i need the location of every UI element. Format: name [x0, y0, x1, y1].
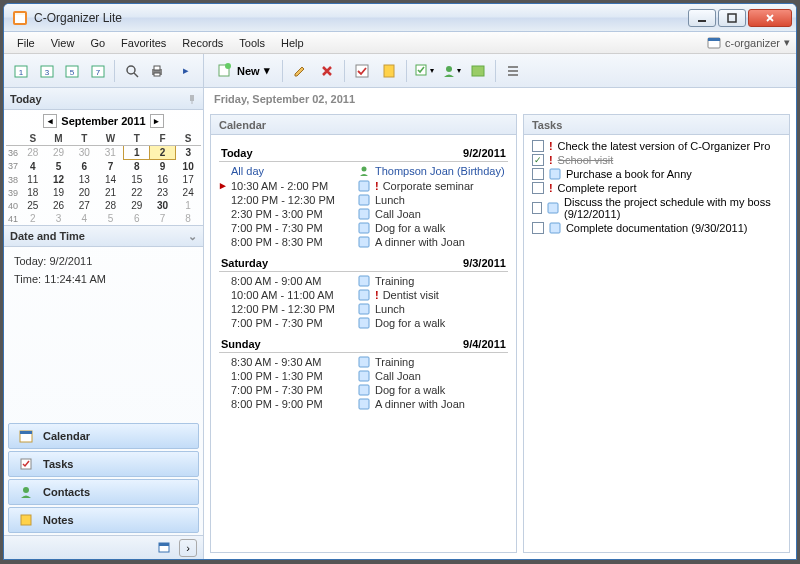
maximize-button[interactable] — [718, 9, 746, 27]
event-row[interactable]: 7:00 PM - 7:30 PM Dog for a walk — [219, 383, 508, 397]
calendar-day[interactable]: 30 — [150, 199, 176, 212]
menu-go[interactable]: Go — [83, 35, 112, 51]
pin-icon[interactable] — [187, 94, 197, 104]
calendar-list[interactable]: Today9/2/2011 All day Thompson Joan (Bir… — [211, 135, 516, 552]
calendar-day[interactable]: 3 — [175, 146, 201, 160]
calendar-day[interactable]: 19 — [46, 186, 72, 199]
calendar-day[interactable]: 10 — [175, 160, 201, 174]
view-5day-button[interactable]: 5 — [61, 59, 84, 83]
event-row[interactable]: 8:30 AM - 9:30 AM Training — [219, 355, 508, 369]
task-checkbox[interactable] — [532, 202, 542, 214]
calendar-day[interactable]: 8 — [124, 160, 150, 174]
prev-month-button[interactable]: ◂ — [43, 114, 57, 128]
calendar-day[interactable]: 4 — [20, 160, 46, 174]
menu-file[interactable]: File — [10, 35, 42, 51]
task-row[interactable]: ! Check the latest version of C-Organize… — [532, 139, 781, 153]
calendar-day[interactable]: 23 — [150, 186, 176, 199]
calendar-day[interactable]: 1 — [124, 146, 150, 160]
nav-tasks[interactable]: Tasks — [8, 451, 199, 477]
event-row[interactable]: 1:00 PM - 1:30 PM Call Joan — [219, 369, 508, 383]
tasks-list[interactable]: ! Check the latest version of C-Organize… — [524, 135, 789, 552]
event-row[interactable]: 2:30 PM - 3:00 PM Call Joan — [219, 207, 508, 221]
nav-options-button[interactable] — [155, 539, 175, 557]
task-checkbox[interactable] — [532, 140, 544, 152]
edit-button[interactable] — [288, 59, 312, 83]
event-row[interactable]: 12:00 PM - 12:30 PM Lunch — [219, 302, 508, 316]
calendar-day[interactable]: 6 — [71, 160, 97, 174]
nav-notes[interactable]: Notes — [8, 507, 199, 533]
calendar-day[interactable]: 1 — [175, 199, 201, 212]
contact-dropdown-button[interactable]: ▾ — [439, 59, 463, 83]
calendar-day[interactable]: 8 — [175, 212, 201, 225]
calendar-day[interactable]: 13 — [71, 173, 97, 186]
new-button[interactable]: New ▾ — [210, 59, 277, 83]
nav-contacts[interactable]: Contacts — [8, 479, 199, 505]
task-row[interactable]: Discuss the project schedule with my bos… — [532, 195, 781, 221]
list-view-button[interactable] — [501, 59, 525, 83]
task-row[interactable]: ! Complete report — [532, 181, 781, 195]
calendar-day[interactable]: 28 — [20, 146, 46, 160]
search-button[interactable] — [120, 59, 143, 83]
calendar-day[interactable]: 4 — [71, 212, 97, 225]
delete-button[interactable] — [315, 59, 339, 83]
nav-calendar[interactable]: Calendar — [8, 423, 199, 449]
calendar-day[interactable]: 12 — [46, 173, 72, 186]
event-row[interactable]: 8:00 AM - 9:00 AM Training — [219, 274, 508, 288]
view-3day-button[interactable]: 3 — [36, 59, 59, 83]
task-checkbox[interactable] — [532, 168, 544, 180]
calendar-day[interactable]: 18 — [20, 186, 46, 199]
minimize-button[interactable] — [688, 9, 716, 27]
task-row[interactable]: Purchase a book for Anny — [532, 167, 781, 181]
event-row[interactable]: 7:00 PM - 7:30 PM Dog for a walk — [219, 316, 508, 330]
event-row[interactable]: ▸ 10:30 AM - 2:00 PM ! Corporate seminar — [219, 178, 508, 193]
view-7day-button[interactable]: 7 — [87, 59, 110, 83]
event-row[interactable]: 7:00 PM - 7:30 PM Dog for a walk — [219, 221, 508, 235]
calendar-day[interactable]: 3 — [46, 212, 72, 225]
calendar-day[interactable]: 7 — [97, 160, 124, 174]
calendar-day[interactable]: 5 — [97, 212, 124, 225]
task-checkbox[interactable] — [532, 182, 544, 194]
menu-view[interactable]: View — [44, 35, 82, 51]
check-dropdown-button[interactable]: ▾ — [412, 59, 436, 83]
task-checkbox[interactable] — [532, 222, 544, 234]
task-row[interactable]: ✓! School visit — [532, 153, 781, 167]
calendar-day[interactable]: 25 — [20, 199, 46, 212]
menu-favorites[interactable]: Favorites — [114, 35, 173, 51]
nav-more-button[interactable]: › — [179, 539, 197, 557]
menu-tools[interactable]: Tools — [232, 35, 272, 51]
event-row[interactable]: 8:00 PM - 9:00 PM A dinner with Joan — [219, 397, 508, 411]
complete-button[interactable] — [350, 59, 374, 83]
event-row[interactable]: 10:00 AM - 11:00 AM ! Dentist visit — [219, 288, 508, 302]
print-button[interactable] — [146, 59, 169, 83]
calendar-day[interactable]: 26 — [46, 199, 72, 212]
calendar-day[interactable]: 14 — [97, 173, 124, 186]
calendar-day[interactable]: 28 — [97, 199, 124, 212]
view-1day-button[interactable]: 1 — [10, 59, 33, 83]
next-month-button[interactable]: ▸ — [150, 114, 164, 128]
calendar-day[interactable]: 11 — [20, 173, 46, 186]
calendar-day[interactable]: 29 — [46, 146, 72, 160]
close-button[interactable] — [748, 9, 792, 27]
calendar-day[interactable]: 30 — [71, 146, 97, 160]
calendar-day[interactable]: 6 — [124, 212, 150, 225]
calendar-day[interactable]: 16 — [150, 173, 176, 186]
favorite-button[interactable] — [377, 59, 401, 83]
calendar-day[interactable]: 27 — [71, 199, 97, 212]
calendar-day[interactable]: 31 — [97, 146, 124, 160]
menu-records[interactable]: Records — [175, 35, 230, 51]
event-row[interactable]: 12:00 PM - 12:30 PM Lunch — [219, 193, 508, 207]
calendar-day[interactable]: 21 — [97, 186, 124, 199]
datetime-header[interactable]: Date and Time ⌄ — [4, 225, 203, 247]
event-row[interactable]: 8:00 PM - 8:30 PM A dinner with Joan — [219, 235, 508, 249]
branding-link[interactable]: c-organizer ▾ — [707, 36, 790, 50]
calendar-day[interactable]: 17 — [175, 173, 201, 186]
toolbar-overflow-button[interactable]: ▸ — [174, 59, 197, 83]
calendar-day[interactable]: 15 — [124, 173, 150, 186]
calendar-day[interactable]: 24 — [175, 186, 201, 199]
calendar-day[interactable]: 2 — [20, 212, 46, 225]
calendar-day[interactable]: 2 — [150, 146, 176, 160]
calendar-day[interactable]: 7 — [150, 212, 176, 225]
calendar-day[interactable]: 20 — [71, 186, 97, 199]
calendar-day[interactable]: 22 — [124, 186, 150, 199]
calendar-day[interactable]: 29 — [124, 199, 150, 212]
